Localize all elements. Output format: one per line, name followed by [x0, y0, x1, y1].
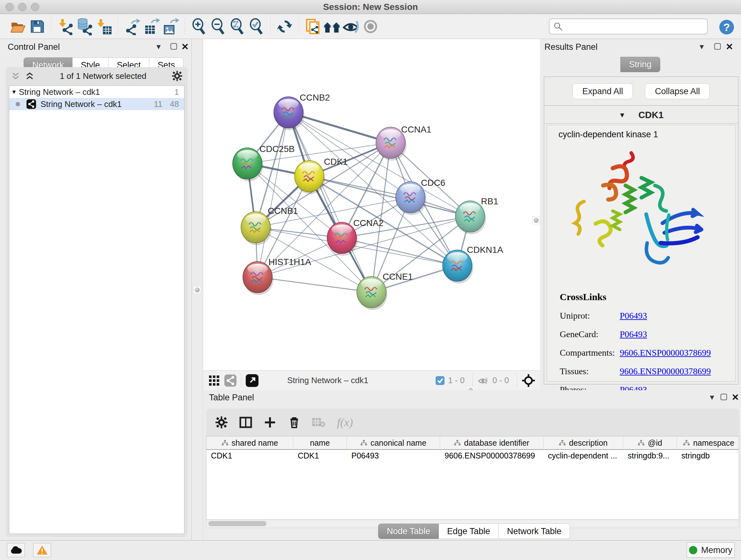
column-header-database-identifier[interactable]: database identifier — [440, 436, 543, 449]
network-graph[interactable]: CCNB2CCNA1CDC25BCDK1CDC6RB1CCNB1CCNA2CDK… — [203, 39, 540, 370]
import-network-file-icon[interactable] — [56, 17, 75, 36]
hidden-eye-icon — [477, 375, 489, 386]
network-options-gear-icon[interactable] — [172, 71, 183, 81]
table-cell[interactable]: 9606.ENSP00000378699 — [440, 450, 543, 462]
control-panel: Control Panel ▼ ▢ ✕ Network Style Select… — [0, 39, 192, 540]
table-panel-float-icon[interactable]: ▼ — [709, 393, 716, 401]
collapse-all-chevron-icon[interactable] — [11, 71, 20, 81]
zoom-in-icon[interactable] — [189, 17, 208, 36]
table-cell[interactable]: CDK1 — [206, 450, 293, 462]
network-collection-row[interactable]: ▼ String Network – cdk1 1 — [9, 86, 184, 98]
node-table[interactable]: shared namenamecanonical namedatabase id… — [206, 436, 739, 520]
crosslink-link[interactable]: 9606.ENSP00000378699 — [620, 366, 711, 376]
table-panel-close-icon[interactable]: ✕ — [732, 392, 739, 402]
network-edge[interactable] — [258, 277, 372, 292]
network-edge[interactable] — [258, 112, 288, 277]
tab-node-table[interactable]: Node Table — [378, 523, 439, 539]
table-options-gear-icon[interactable] — [215, 416, 228, 429]
search-input[interactable] — [563, 21, 697, 32]
tab-network-table[interactable]: Network Table — [499, 523, 570, 539]
export-table-icon[interactable] — [142, 17, 161, 36]
column-header-canonical-name[interactable]: canonical name — [347, 436, 440, 449]
export-network-icon[interactable] — [123, 17, 142, 36]
tab-edge-table[interactable]: Edge Table — [439, 523, 499, 539]
column-header--id[interactable]: @id — [623, 436, 677, 449]
show-columns-icon[interactable] — [239, 416, 252, 429]
help-icon[interactable]: ? — [719, 20, 734, 35]
table-cell[interactable]: stringdb:9... — [623, 450, 677, 462]
global-search-box[interactable] — [549, 18, 708, 35]
import-network-database-icon[interactable] — [75, 17, 94, 36]
network-node[interactable]: CDC25B — [232, 144, 294, 181]
crosslink-link[interactable]: P06493 — [620, 311, 647, 321]
node-label: CCNB1 — [268, 206, 298, 216]
network-node[interactable]: CCNE1 — [357, 272, 413, 310]
network-row[interactable]: String Network – cdk1 11 48 — [9, 98, 184, 110]
expand-all-chevron-icon[interactable] — [25, 71, 35, 81]
fit-selected-crosshair-icon[interactable] — [522, 374, 536, 388]
network-edge[interactable] — [342, 238, 457, 266]
control-panel-maximize-icon[interactable]: ▢ — [170, 41, 178, 51]
import-table-icon[interactable] — [94, 17, 113, 36]
zoom-out-icon[interactable] — [208, 17, 227, 36]
hide-selected-icon[interactable] — [342, 17, 361, 36]
network-node[interactable]: HIST1H1A — [243, 257, 311, 295]
cloud-status-button[interactable] — [7, 543, 25, 557]
crosslink-link[interactable]: P06493 — [620, 329, 647, 339]
selected-checkbox-icon[interactable] — [435, 376, 445, 385]
table-panel-maximize-icon[interactable]: ▢ — [720, 391, 728, 401]
refresh-layout-icon[interactable] — [275, 17, 294, 36]
export-image-icon[interactable] — [161, 17, 180, 36]
add-column-icon[interactable] — [264, 416, 276, 429]
control-panel-float-icon[interactable]: ▼ — [155, 43, 162, 51]
results-panel-close-icon[interactable]: ✕ — [726, 42, 733, 52]
table-cell[interactable]: cyclin-dependent ... — [543, 450, 623, 462]
memory-status-dot-icon — [689, 546, 697, 554]
table-cell[interactable]: P06493 — [347, 450, 440, 462]
save-session-icon[interactable] — [27, 17, 47, 36]
results-panel-float-icon[interactable]: ▼ — [698, 43, 705, 51]
network-node[interactable]: CDK1 — [294, 157, 348, 194]
control-panel-close-icon[interactable]: ✕ — [181, 42, 189, 52]
expand-all-button[interactable]: Expand All — [572, 83, 633, 99]
warnings-button[interactable] — [33, 543, 51, 557]
results-panel: Results Panel ▼ ▢ ✕ String Expand All Co… — [540, 39, 741, 390]
left-splitter-handle[interactable] — [193, 286, 201, 294]
network-node[interactable]: CDKN1A — [443, 245, 503, 284]
column-header-description[interactable]: description — [543, 436, 623, 449]
collapse-all-button[interactable]: Collapse All — [645, 83, 710, 99]
column-header-name[interactable]: name — [293, 436, 347, 449]
table-row[interactable]: CDK1CDK1P064939606.ENSP00000378699cyclin… — [206, 450, 739, 462]
collection-expand-icon[interactable]: ▼ — [9, 89, 19, 96]
table-cell[interactable]: stringdb — [677, 450, 739, 462]
detach-view-icon[interactable] — [246, 374, 259, 387]
table-cell[interactable]: CDK1 — [293, 450, 347, 462]
tab-string[interactable]: String — [620, 57, 660, 72]
crosslink-link[interactable]: 9606.ENSP00000378699 — [620, 348, 711, 358]
scrollbar-thumb[interactable] — [208, 521, 266, 526]
entry-collapse-icon[interactable]: ▼ — [619, 111, 626, 119]
string-query-icon[interactable] — [304, 17, 323, 36]
column-header-shared-name[interactable]: shared name — [206, 436, 293, 449]
home-pair-icon[interactable] — [323, 17, 342, 36]
network-node[interactable]: CDC6 — [396, 178, 445, 215]
network-canvas[interactable]: CCNB2CCNA1CDC25BCDK1CDC6RB1CCNB1CCNA2CDK… — [203, 39, 540, 390]
show-all-icon[interactable] — [361, 17, 380, 36]
open-file-icon[interactable] — [8, 17, 27, 36]
zoom-fit-icon[interactable] — [227, 17, 247, 36]
network-node[interactable]: RB1 — [455, 196, 498, 234]
node-entry-header[interactable]: ▼ CDK1 — [544, 107, 738, 124]
network-edge[interactable] — [309, 176, 470, 216]
grid-view-icon[interactable] — [208, 375, 220, 386]
zoom-selected-icon[interactable] — [247, 17, 266, 36]
column-header-namespace[interactable]: namespace — [677, 436, 739, 449]
results-panel-maximize-icon[interactable]: ▢ — [714, 41, 722, 51]
network-status-dot-icon — [16, 102, 20, 106]
right-splitter-handle[interactable] — [532, 216, 540, 224]
memory-button[interactable]: Memory — [687, 543, 735, 558]
network-node[interactable]: CCNB1 — [241, 206, 298, 245]
delete-column-icon[interactable] — [288, 416, 300, 429]
memory-label: Memory — [701, 545, 732, 555]
network-share-view-icon[interactable] — [224, 374, 237, 387]
node-label: RB1 — [481, 196, 498, 206]
